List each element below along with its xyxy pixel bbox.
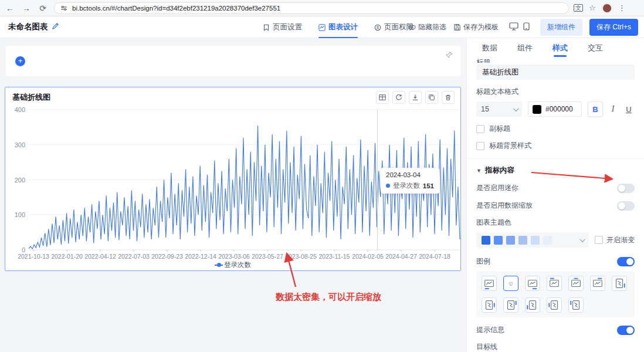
tooltip-axis-pointer	[377, 110, 378, 250]
chevron-down-icon	[513, 106, 519, 111]
theme-color-swatch	[506, 236, 515, 245]
svg-text:2022-07-03: 2022-07-03	[118, 253, 150, 260]
tab-page-permissions[interactable]: 页面权限	[374, 16, 413, 38]
chart-tooltip: 2024-03-04 登录次数 151	[381, 168, 439, 194]
svg-text:2023-08-25: 2023-08-25	[285, 253, 317, 260]
title-color-picker[interactable]: #000000	[528, 101, 582, 117]
add-component-button[interactable]: 新增组件	[540, 19, 582, 36]
address-bar[interactable]: bi.bctools.cn/#/chartDesign?id=d34f2ebf2…	[54, 2, 569, 14]
metric-section-header[interactable]: ▼ 指标内容	[476, 165, 635, 175]
target-line-label: 目标线	[476, 342, 635, 352]
panel-tab-style[interactable]: 样式	[553, 38, 568, 58]
legend-position-option-v-lb[interactable]	[525, 297, 540, 313]
font-size-select[interactable]: 15	[476, 101, 522, 117]
design-canvas: + 01002003004002021-10-132022-01-202022-…	[0, 38, 466, 352]
panel-tab-data[interactable]: 数据	[482, 38, 497, 58]
save-button[interactable]: 保存 Ctrl+s	[589, 19, 638, 36]
svg-text:200: 200	[15, 177, 25, 184]
legend-position-option-v-lm[interactable]	[547, 297, 562, 313]
legend-position-option-h-bl[interactable]	[482, 276, 497, 291]
copy-icon[interactable]	[425, 91, 438, 104]
red-annotation-text: 数据太密集，可以开启缩放	[276, 292, 381, 303]
legend-position-option-v-rb[interactable]	[612, 276, 627, 291]
save-as-template-button[interactable]: 保存为模板	[453, 22, 499, 32]
theme-color-swatch	[531, 236, 540, 245]
refresh-icon[interactable]	[392, 91, 405, 104]
svg-text:2023-05-27: 2023-05-27	[252, 253, 283, 260]
legend-position-option-v-rm[interactable]	[482, 297, 497, 313]
delete-icon[interactable]	[442, 91, 455, 104]
chart-legend[interactable]: 登录次数	[5, 260, 460, 269]
title-bg-checkbox-label: 标题背景样式	[489, 141, 531, 151]
svg-text:2024-02-05: 2024-02-05	[352, 253, 384, 260]
bold-button[interactable]: B	[588, 101, 603, 117]
svg-text:2024-04-27: 2024-04-27	[385, 253, 417, 260]
panel-tabs: 数据 组件 样式 交互	[467, 38, 644, 58]
legend-position-option-h-br[interactable]	[525, 276, 540, 291]
bookmark-star-icon[interactable]: ☆	[589, 4, 596, 12]
data-table-icon[interactable]	[376, 91, 389, 104]
legend-position-option-h-tr[interactable]	[590, 276, 605, 291]
theme-color-select[interactable]	[476, 232, 589, 248]
legend-marker	[215, 263, 221, 267]
back-icon[interactable]: ←	[4, 2, 16, 15]
tab-chart-design[interactable]: 图表设计	[318, 16, 358, 38]
gradient-checkbox-label: 开启渐变	[606, 235, 635, 245]
translate-icon[interactable]: 文	[574, 4, 583, 12]
edit-pencil-icon[interactable]	[52, 22, 59, 32]
line-chart-widget[interactable]: 01002003004002021-10-132022-01-202022-04…	[5, 87, 461, 271]
browser-menu-icon[interactable]: ⋮	[618, 4, 626, 12]
panel-tab-component[interactable]: 组件	[517, 38, 533, 58]
data-zoom-toggle-label: 是否启用数据缩放	[476, 201, 533, 211]
legend-toggle[interactable]	[617, 257, 635, 266]
panel-tab-interaction[interactable]: 交互	[588, 38, 603, 58]
svg-text:2022-01-20: 2022-01-20	[51, 253, 83, 260]
url-text: bi.bctools.cn/#/chartDesign?id=d34f2ebf2…	[72, 5, 280, 12]
subtitle-checkbox-label: 副标题	[489, 124, 510, 134]
browser-chrome: ← → ⟳ bi.bctools.cn/#/chartDesign?id=d34…	[0, 0, 644, 16]
tooltip-series-name: 登录次数	[393, 181, 420, 190]
title-input[interactable]: 基础折线图	[476, 65, 635, 80]
theme-color-swatch	[494, 236, 503, 245]
legend-position-option-v-lt[interactable]	[568, 297, 584, 313]
browser-avatar[interactable]	[602, 3, 612, 13]
add-filter-button[interactable]: +	[15, 56, 25, 66]
site-settings-icon[interactable]	[60, 5, 67, 12]
tooltip-toggle[interactable]	[617, 326, 635, 335]
svg-text:2022-04-12: 2022-04-12	[84, 253, 116, 260]
download-icon[interactable]	[409, 91, 422, 104]
text-style-group: B I U	[588, 101, 635, 117]
style-panel: 数据 组件 样式 交互 标题 基础折线图 标题文本格式 15 #000000 B…	[466, 38, 644, 352]
svg-text:100: 100	[15, 211, 25, 218]
title-field-label: 标题	[476, 58, 635, 63]
underline-button[interactable]: U	[623, 105, 635, 114]
desktop-preview-icon[interactable]	[509, 22, 518, 33]
pin-icon[interactable]	[445, 50, 453, 61]
italic-button[interactable]: I	[607, 104, 619, 114]
gradient-checkbox[interactable]	[595, 236, 603, 244]
theme-color-swatch	[543, 236, 552, 245]
tab-page-settings[interactable]: 页面设置	[263, 16, 302, 38]
title-bg-checkbox[interactable]	[476, 142, 484, 150]
mobile-preview-icon[interactable]	[523, 22, 530, 33]
mini-toggle[interactable]	[617, 184, 635, 193]
app-toolbar: 未命名图表 页面设置 图表设计 页面权限 隐藏筛选 保存为模板	[0, 16, 644, 38]
hide-filter-button[interactable]: 隐藏筛选	[408, 22, 446, 32]
svg-text:2023-11-15: 2023-11-15	[319, 253, 350, 260]
legend-position-option-v-rt[interactable]	[503, 297, 518, 313]
subtitle-checkbox[interactable]	[476, 125, 484, 133]
legend-position-option-h-bc[interactable]	[503, 276, 518, 291]
title-format-label: 标题文本格式	[476, 87, 635, 97]
data-zoom-toggle[interactable]	[617, 201, 635, 211]
forward-icon[interactable]: →	[20, 2, 33, 15]
reload-icon[interactable]: ⟳	[36, 2, 49, 15]
chart-doc-title: 未命名图表	[8, 22, 48, 32]
filter-bar-card: +	[6, 46, 461, 76]
color-swatch	[533, 105, 541, 114]
tooltip-date: 2024-03-04	[386, 171, 434, 178]
legend-position-option-h-tl[interactable]	[547, 276, 562, 291]
mini-toggle-label: 是否启用迷你	[476, 183, 518, 193]
chart-toolbar	[376, 91, 455, 104]
theme-color-label: 图表主题色	[476, 218, 635, 228]
legend-position-option-h-tc[interactable]	[568, 276, 584, 291]
